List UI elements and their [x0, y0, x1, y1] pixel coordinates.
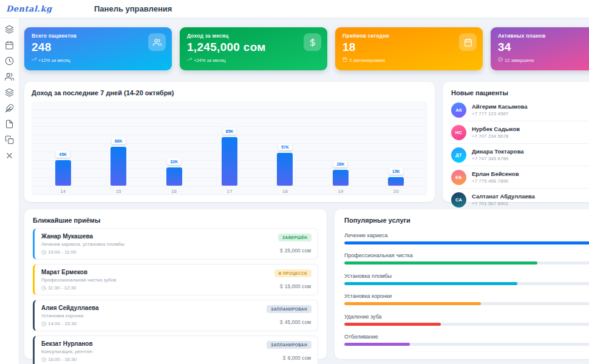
- clock-icon[interactable]: [5, 56, 14, 66]
- progress-track: [344, 261, 589, 265]
- patient-list-item[interactable]: ДТ Динара Токтарова +7 747 345 6789: [451, 143, 589, 166]
- service-row[interactable]: Отбеливание: [344, 334, 589, 346]
- appointment-service: Установка коронки: [41, 313, 311, 318]
- chart-bar-group[interactable]: 57K 18: [277, 101, 293, 195]
- progress-track: [344, 323, 589, 326]
- progress-fill: [344, 241, 589, 244]
- currency-icon: $: [280, 319, 283, 325]
- status-badge: В ПРОЦЕССЕ: [274, 269, 312, 277]
- layers-icon[interactable]: [5, 88, 14, 97]
- stat-note: +12% за месяц: [32, 57, 165, 63]
- patient-list-item[interactable]: ЕБ Ерлан Бейсенов +7 775 456 7890: [451, 166, 589, 188]
- stat-card-active-plans[interactable]: Активных планов 34 12 завершено: [491, 27, 589, 70]
- stat-value: 248: [32, 41, 165, 54]
- chart-bar-group[interactable]: 45K 14: [55, 101, 71, 195]
- bar-category-label: 15: [116, 189, 121, 195]
- bar-category-label: 19: [338, 189, 343, 195]
- avatar: АК: [451, 103, 466, 118]
- service-label: Лечение кариеса: [344, 232, 589, 238]
- file-icon[interactable]: [5, 120, 14, 129]
- stat-card-monthly-income[interactable]: Доход за месяц 1,245,000 сом +24% за мес…: [180, 27, 327, 70]
- avatar: СА: [451, 192, 466, 207]
- service-row[interactable]: Установка коронки: [344, 293, 589, 305]
- dollar-icon: [304, 33, 321, 51]
- service-row[interactable]: Профессиональная чистка: [344, 252, 589, 265]
- service-row[interactable]: Удаление зуба: [344, 314, 589, 326]
- copy-icon[interactable]: [5, 135, 14, 144]
- bar-value-label: 85K: [223, 128, 237, 135]
- progress-track: [344, 302, 589, 305]
- patient-list-item[interactable]: АК Айгерим Касымова +7 777 123 4567: [451, 99, 589, 121]
- service-row[interactable]: Установка пломбы: [344, 273, 589, 285]
- chart-bar-group[interactable]: 28K 19: [333, 101, 349, 195]
- service-row[interactable]: Лечение кариеса: [344, 232, 589, 244]
- stat-note: +24% за месяц: [187, 57, 320, 63]
- service-label: Удаление зуба: [344, 314, 589, 320]
- status-badge: ЗАПЛАНИРОВАН: [267, 305, 312, 313]
- bar: [222, 137, 237, 186]
- appointment-card[interactable]: Жанар Мукашева Лечение кариеса, установк…: [33, 228, 318, 260]
- progress-track: [344, 282, 589, 285]
- appointment-time-text: 11:30 - 12:30: [48, 285, 77, 291]
- status-badge: ЗАПЛАНИРОВАН: [267, 341, 312, 349]
- patient-name: Динара Токтарова: [472, 148, 524, 155]
- revenue-chart-panel: Доход за последние 7 дней (14-20 октября…: [24, 82, 435, 202]
- page-title: Панель управления: [94, 4, 172, 13]
- appointment-service: Профессиональная чистка зубов: [41, 277, 311, 283]
- stat-note-text: +24% за месяц: [194, 58, 226, 63]
- appointment-card[interactable]: Алия Сейдуллаева Установка коронки 14:00…: [33, 300, 318, 331]
- appointment-time: 11:30 - 12:30: [41, 285, 311, 291]
- clock-icon: [41, 357, 46, 362]
- clock-icon: [41, 250, 46, 255]
- bar-category-label: 20: [393, 189, 399, 195]
- stat-card-total-patients[interactable]: Всего пациентов 248 +12% за месяц: [24, 27, 172, 70]
- panel-title: Ближайшие приёмы: [33, 217, 318, 224]
- chart-bar-group[interactable]: 85K 17: [222, 101, 237, 195]
- bar: [333, 170, 349, 186]
- progress-fill: [344, 323, 441, 326]
- calendar-icon[interactable]: [5, 41, 14, 50]
- stat-note-text: 12 завершено: [505, 58, 534, 63]
- panel-title: Новые пациенты: [451, 89, 589, 96]
- appointment-price: $ 25,000 сом: [280, 248, 311, 254]
- progress-fill: [344, 343, 410, 346]
- app-logo[interactable]: Dental.kg: [6, 4, 52, 13]
- bar-category-label: 16: [171, 189, 177, 195]
- users-icon[interactable]: [5, 72, 14, 81]
- chart-title: Доход за последние 7 дней (14-20 октября…: [32, 89, 427, 96]
- appointment-card[interactable]: Бекзат Нурланов Консультация, рентген 16…: [33, 335, 318, 364]
- close-icon[interactable]: [5, 151, 14, 160]
- stat-value: 18: [342, 41, 475, 54]
- patient-phone: +7 775 456 7890: [472, 178, 519, 184]
- stat-card-appointments-today[interactable]: Приёмов сегодня 18 3 запланировано: [335, 27, 483, 70]
- feather-pen-icon[interactable]: [5, 104, 14, 113]
- trend-up-icon: [32, 57, 36, 63]
- avatar: ЕБ: [451, 170, 466, 185]
- patient-list-item[interactable]: НС Нурбек Садыков +7 707 234 5678: [451, 121, 589, 143]
- patient-name: Айгерим Касымова: [472, 103, 528, 110]
- progress-fill: [344, 282, 517, 285]
- layers-icon[interactable]: [5, 25, 14, 34]
- appointment-card[interactable]: Марат Ермеков Профессиональная чистка зу…: [33, 264, 318, 295]
- progress-fill: [344, 302, 481, 305]
- chart-bar-group[interactable]: 15K 20: [388, 101, 404, 195]
- service-label: Профессиональная чистка: [344, 252, 589, 258]
- patient-phone: +7 707 234 5678: [472, 133, 520, 139]
- patient-list-item[interactable]: СА Салтанат Абдуллаева +7 701 567 8901: [451, 188, 589, 211]
- progress-fill: [344, 261, 537, 265]
- appointment-time: 14:00 - 15:30: [41, 321, 311, 326]
- appointment-price: $ 15,000 сом: [280, 283, 311, 289]
- avatar: ДТ: [451, 147, 466, 163]
- status-badge: ЗАВЕРШЁН: [278, 234, 312, 241]
- chart-bar-group[interactable]: 32K 16: [166, 101, 182, 195]
- appointment-service: Лечение кариеса, установка пломбы: [41, 241, 311, 247]
- stat-note: 12 завершено: [498, 57, 589, 63]
- stat-note-text: 3 запланировано: [349, 58, 386, 63]
- appointment-patient-name: Жанар Мукашева: [41, 233, 311, 240]
- bar-value-label: 45K: [56, 151, 70, 158]
- price-text: 45,000 сом: [285, 319, 311, 325]
- patient-phone: +7 747 345 6789: [472, 156, 524, 161]
- bar-category-label: 17: [227, 189, 233, 195]
- users-icon: [148, 33, 166, 51]
- chart-bar-group[interactable]: 68K 15: [111, 101, 126, 195]
